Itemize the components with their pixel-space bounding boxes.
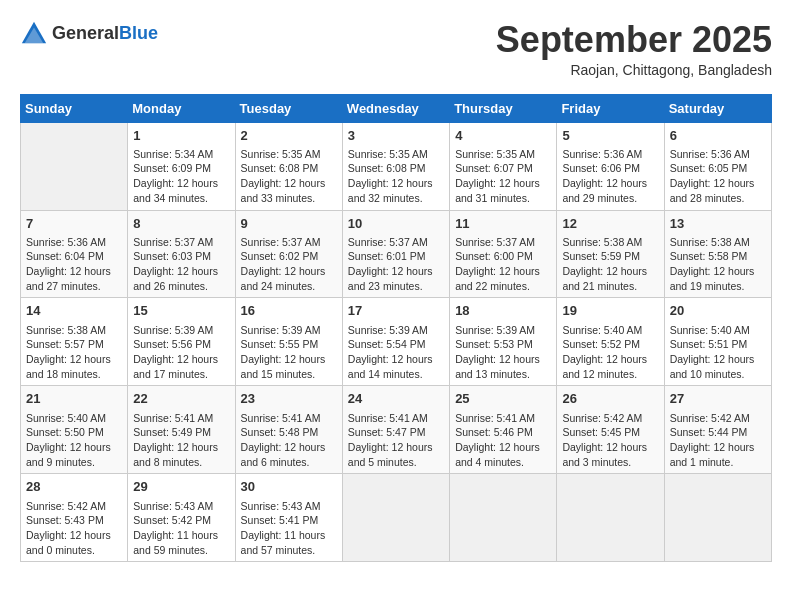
day-info: Sunrise: 5:37 AM Sunset: 6:03 PM Dayligh… (133, 235, 229, 294)
calendar-week-5: 28Sunrise: 5:42 AM Sunset: 5:43 PM Dayli… (21, 474, 772, 562)
calendar-cell: 8Sunrise: 5:37 AM Sunset: 6:03 PM Daylig… (128, 210, 235, 298)
col-header-sunday: Sunday (21, 94, 128, 122)
day-info: Sunrise: 5:34 AM Sunset: 6:09 PM Dayligh… (133, 147, 229, 206)
day-number: 28 (26, 478, 122, 496)
calendar-cell: 3Sunrise: 5:35 AM Sunset: 6:08 PM Daylig… (342, 122, 449, 210)
calendar-cell: 28Sunrise: 5:42 AM Sunset: 5:43 PM Dayli… (21, 474, 128, 562)
calendar-cell: 16Sunrise: 5:39 AM Sunset: 5:55 PM Dayli… (235, 298, 342, 386)
logo-general: GeneralBlue (52, 24, 158, 44)
day-number: 9 (241, 215, 337, 233)
day-info: Sunrise: 5:35 AM Sunset: 6:08 PM Dayligh… (348, 147, 444, 206)
day-number: 27 (670, 390, 766, 408)
col-header-saturday: Saturday (664, 94, 771, 122)
day-number: 3 (348, 127, 444, 145)
calendar-table: SundayMondayTuesdayWednesdayThursdayFrid… (20, 94, 772, 563)
calendar-cell: 1Sunrise: 5:34 AM Sunset: 6:09 PM Daylig… (128, 122, 235, 210)
calendar-cell: 6Sunrise: 5:36 AM Sunset: 6:05 PM Daylig… (664, 122, 771, 210)
calendar-cell (450, 474, 557, 562)
calendar-cell: 22Sunrise: 5:41 AM Sunset: 5:49 PM Dayli… (128, 386, 235, 474)
calendar-cell: 7Sunrise: 5:36 AM Sunset: 6:04 PM Daylig… (21, 210, 128, 298)
calendar-cell: 20Sunrise: 5:40 AM Sunset: 5:51 PM Dayli… (664, 298, 771, 386)
day-info: Sunrise: 5:36 AM Sunset: 6:06 PM Dayligh… (562, 147, 658, 206)
day-info: Sunrise: 5:40 AM Sunset: 5:51 PM Dayligh… (670, 323, 766, 382)
day-number: 25 (455, 390, 551, 408)
calendar-cell (21, 122, 128, 210)
calendar-cell: 11Sunrise: 5:37 AM Sunset: 6:00 PM Dayli… (450, 210, 557, 298)
day-info: Sunrise: 5:38 AM Sunset: 5:59 PM Dayligh… (562, 235, 658, 294)
calendar-cell: 24Sunrise: 5:41 AM Sunset: 5:47 PM Dayli… (342, 386, 449, 474)
day-number: 13 (670, 215, 766, 233)
col-header-wednesday: Wednesday (342, 94, 449, 122)
calendar-cell: 23Sunrise: 5:41 AM Sunset: 5:48 PM Dayli… (235, 386, 342, 474)
day-info: Sunrise: 5:39 AM Sunset: 5:54 PM Dayligh… (348, 323, 444, 382)
calendar-cell: 12Sunrise: 5:38 AM Sunset: 5:59 PM Dayli… (557, 210, 664, 298)
day-info: Sunrise: 5:42 AM Sunset: 5:45 PM Dayligh… (562, 411, 658, 470)
day-info: Sunrise: 5:41 AM Sunset: 5:48 PM Dayligh… (241, 411, 337, 470)
calendar-cell: 14Sunrise: 5:38 AM Sunset: 5:57 PM Dayli… (21, 298, 128, 386)
day-number: 17 (348, 302, 444, 320)
day-info: Sunrise: 5:35 AM Sunset: 6:08 PM Dayligh… (241, 147, 337, 206)
day-info: Sunrise: 5:36 AM Sunset: 6:04 PM Dayligh… (26, 235, 122, 294)
day-number: 18 (455, 302, 551, 320)
calendar-cell: 18Sunrise: 5:39 AM Sunset: 5:53 PM Dayli… (450, 298, 557, 386)
calendar-cell: 5Sunrise: 5:36 AM Sunset: 6:06 PM Daylig… (557, 122, 664, 210)
day-number: 23 (241, 390, 337, 408)
day-number: 10 (348, 215, 444, 233)
month-title: September 2025 (496, 20, 772, 60)
calendar-week-2: 7Sunrise: 5:36 AM Sunset: 6:04 PM Daylig… (21, 210, 772, 298)
col-header-monday: Monday (128, 94, 235, 122)
day-info: Sunrise: 5:38 AM Sunset: 5:57 PM Dayligh… (26, 323, 122, 382)
day-info: Sunrise: 5:41 AM Sunset: 5:46 PM Dayligh… (455, 411, 551, 470)
day-number: 4 (455, 127, 551, 145)
logo: GeneralBlue (20, 20, 158, 48)
calendar-week-1: 1Sunrise: 5:34 AM Sunset: 6:09 PM Daylig… (21, 122, 772, 210)
calendar-cell: 10Sunrise: 5:37 AM Sunset: 6:01 PM Dayli… (342, 210, 449, 298)
day-number: 7 (26, 215, 122, 233)
day-number: 12 (562, 215, 658, 233)
calendar-cell: 9Sunrise: 5:37 AM Sunset: 6:02 PM Daylig… (235, 210, 342, 298)
calendar-cell: 2Sunrise: 5:35 AM Sunset: 6:08 PM Daylig… (235, 122, 342, 210)
day-number: 30 (241, 478, 337, 496)
day-number: 26 (562, 390, 658, 408)
col-header-thursday: Thursday (450, 94, 557, 122)
col-header-tuesday: Tuesday (235, 94, 342, 122)
day-info: Sunrise: 5:39 AM Sunset: 5:56 PM Dayligh… (133, 323, 229, 382)
calendar-cell: 13Sunrise: 5:38 AM Sunset: 5:58 PM Dayli… (664, 210, 771, 298)
day-info: Sunrise: 5:37 AM Sunset: 6:01 PM Dayligh… (348, 235, 444, 294)
calendar-cell (664, 474, 771, 562)
day-number: 19 (562, 302, 658, 320)
day-info: Sunrise: 5:40 AM Sunset: 5:50 PM Dayligh… (26, 411, 122, 470)
calendar-cell (342, 474, 449, 562)
calendar-cell: 26Sunrise: 5:42 AM Sunset: 5:45 PM Dayli… (557, 386, 664, 474)
day-info: Sunrise: 5:39 AM Sunset: 5:55 PM Dayligh… (241, 323, 337, 382)
day-info: Sunrise: 5:40 AM Sunset: 5:52 PM Dayligh… (562, 323, 658, 382)
calendar-cell: 25Sunrise: 5:41 AM Sunset: 5:46 PM Dayli… (450, 386, 557, 474)
calendar-header-row: SundayMondayTuesdayWednesdayThursdayFrid… (21, 94, 772, 122)
day-info: Sunrise: 5:42 AM Sunset: 5:44 PM Dayligh… (670, 411, 766, 470)
day-number: 21 (26, 390, 122, 408)
title-area: September 2025 Raojan, Chittagong, Bangl… (496, 20, 772, 78)
day-number: 15 (133, 302, 229, 320)
calendar-cell: 29Sunrise: 5:43 AM Sunset: 5:42 PM Dayli… (128, 474, 235, 562)
day-info: Sunrise: 5:42 AM Sunset: 5:43 PM Dayligh… (26, 499, 122, 558)
day-info: Sunrise: 5:38 AM Sunset: 5:58 PM Dayligh… (670, 235, 766, 294)
calendar-cell: 19Sunrise: 5:40 AM Sunset: 5:52 PM Dayli… (557, 298, 664, 386)
day-number: 14 (26, 302, 122, 320)
calendar-cell: 15Sunrise: 5:39 AM Sunset: 5:56 PM Dayli… (128, 298, 235, 386)
day-number: 22 (133, 390, 229, 408)
day-info: Sunrise: 5:41 AM Sunset: 5:47 PM Dayligh… (348, 411, 444, 470)
day-number: 11 (455, 215, 551, 233)
col-header-friday: Friday (557, 94, 664, 122)
calendar-cell: 4Sunrise: 5:35 AM Sunset: 6:07 PM Daylig… (450, 122, 557, 210)
day-number: 29 (133, 478, 229, 496)
calendar-cell: 17Sunrise: 5:39 AM Sunset: 5:54 PM Dayli… (342, 298, 449, 386)
day-info: Sunrise: 5:36 AM Sunset: 6:05 PM Dayligh… (670, 147, 766, 206)
calendar-cell: 30Sunrise: 5:43 AM Sunset: 5:41 PM Dayli… (235, 474, 342, 562)
calendar-cell (557, 474, 664, 562)
day-info: Sunrise: 5:39 AM Sunset: 5:53 PM Dayligh… (455, 323, 551, 382)
day-info: Sunrise: 5:43 AM Sunset: 5:42 PM Dayligh… (133, 499, 229, 558)
day-info: Sunrise: 5:37 AM Sunset: 6:02 PM Dayligh… (241, 235, 337, 294)
day-number: 8 (133, 215, 229, 233)
day-number: 24 (348, 390, 444, 408)
day-number: 2 (241, 127, 337, 145)
